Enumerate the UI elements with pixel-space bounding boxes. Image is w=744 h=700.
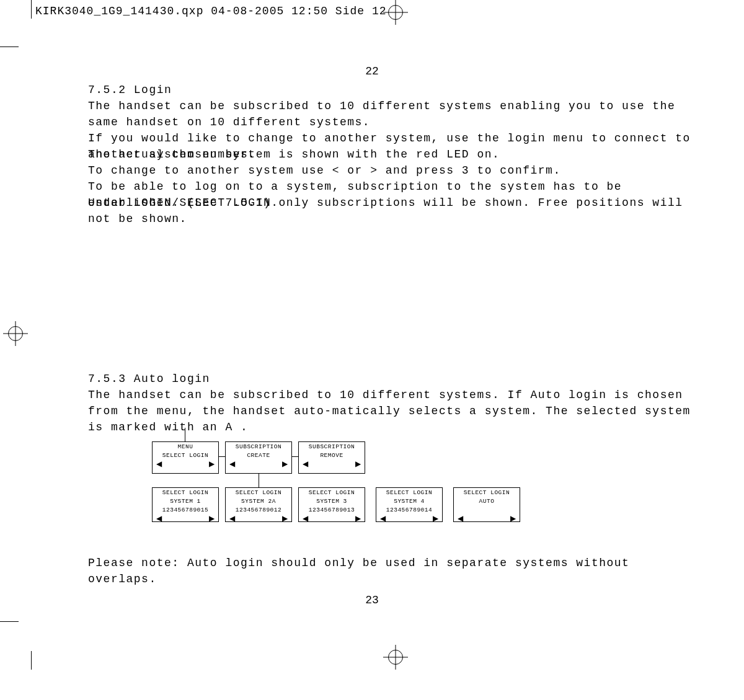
screen-select-login-system-4: SELECT LOGIN SYSTEM 4 123456789014 ◀▶	[376, 487, 443, 522]
screen-subscription-remove: SUBSCRIPTION REMOVE ◀▶	[298, 441, 365, 474]
arrow-right-icon: ▶	[355, 459, 361, 469]
screen-line: SELECT LOGIN	[153, 451, 218, 459]
arrow-right-icon: ▶	[282, 514, 288, 523]
body-paragraph: The handset can be subscribed to 10 diff…	[88, 387, 699, 435]
crop-mark	[31, 651, 32, 670]
screen-line: MENU	[153, 442, 218, 451]
arrow-left-icon: ◀	[303, 514, 308, 523]
arrow-right-icon: ▶	[510, 514, 516, 523]
screen-menu-select-login: MENU SELECT LOGIN ◀▶	[152, 441, 219, 474]
arrow-right-icon: ▶	[433, 514, 438, 523]
arrow-right-icon: ▶	[209, 459, 215, 469]
arrow-left-icon: ◀	[229, 514, 235, 523]
screen-line: AUTO	[454, 497, 520, 505]
screen-line: REMOVE	[299, 451, 365, 459]
body-paragraph: The handset can be subscribed to 10 diff…	[88, 98, 699, 130]
screen-line: SYSTEM 2A	[226, 497, 291, 505]
arrow-left-icon: ◀	[303, 459, 308, 469]
screen-select-login-auto: SELECT LOGIN AUTO ◀▶	[453, 487, 520, 522]
screen-line: SELECT LOGIN	[226, 488, 291, 497]
screen-line: SYSTEM 4	[376, 497, 442, 505]
screen-line: 123456789015	[153, 505, 218, 514]
screen-line: 123456789012	[226, 505, 291, 514]
body-paragraph: Under LOGIN/SELECT LOGIN only subscripti…	[88, 195, 699, 227]
file-header: KIRK3040_1G9_141430.qxp 04-08-2005 12:50…	[35, 5, 386, 17]
connector-line	[292, 456, 298, 457]
screen-line: 123456789013	[299, 505, 365, 514]
arrow-left-icon: ◀	[458, 514, 463, 523]
screen-line: CREATE	[226, 451, 291, 459]
note-text: Please note: Auto login should only be u…	[88, 555, 699, 587]
arrow-left-icon: ◀	[229, 459, 235, 469]
connector-line	[219, 456, 225, 457]
screen-line: SELECT LOGIN	[376, 488, 442, 497]
screen-subscription-create: SUBSCRIPTION CREATE ◀▶	[225, 441, 292, 474]
section-heading: 7.5.3 Auto login	[88, 371, 699, 387]
screen-line: SUBSCRIPTION	[299, 442, 365, 451]
screen-select-login-system-2a: SELECT LOGIN SYSTEM 2A 123456789012 ◀▶	[225, 487, 292, 522]
arrow-right-icon: ▶	[282, 459, 288, 469]
page-number: 23	[0, 594, 744, 606]
screen-line: SELECT LOGIN	[454, 488, 520, 497]
arrow-left-icon: ◀	[380, 514, 386, 523]
registration-mark-icon	[383, 0, 408, 25]
screen-line: SELECT LOGIN	[153, 488, 218, 497]
crop-mark	[0, 621, 19, 622]
arrow-right-icon: ▶	[209, 514, 215, 523]
section-heading: 7.5.2 Login	[88, 82, 699, 98]
page-number: 22	[0, 65, 744, 78]
arrow-left-icon: ◀	[156, 459, 162, 469]
registration-mark-icon	[383, 645, 408, 670]
screen-line: 123456789014	[376, 505, 442, 514]
registration-mark-icon	[3, 321, 28, 346]
body-paragraph: To change to another system use < or > a…	[88, 162, 699, 179]
screen-line	[454, 505, 520, 514]
crop-mark	[0, 47, 19, 47]
crop-mark	[31, 0, 32, 19]
screen-select-login-system-3: SELECT LOGIN SYSTEM 3 123456789013 ◀▶	[298, 487, 365, 522]
arrow-right-icon: ▶	[355, 514, 361, 523]
connector-line	[185, 428, 185, 441]
screen-line: SELECT LOGIN	[299, 488, 365, 497]
screen-line: SYSTEM 3	[299, 497, 365, 505]
screen-line: SYSTEM 1	[153, 497, 218, 505]
connector-line	[259, 474, 259, 487]
screen-line: SUBSCRIPTION	[226, 442, 291, 451]
arrow-left-icon: ◀	[156, 514, 162, 523]
body-paragraph: The actual chosen system is shown with t…	[88, 146, 699, 162]
screen-select-login-system-1: SELECT LOGIN SYSTEM 1 123456789015 ◀▶	[152, 487, 219, 522]
